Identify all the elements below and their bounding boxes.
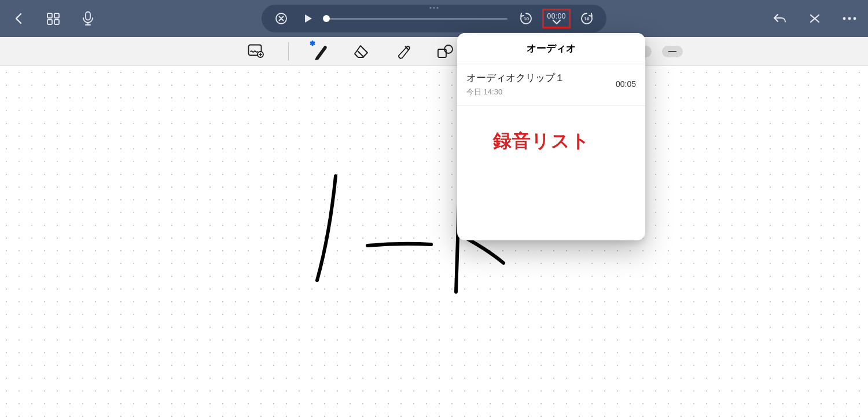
svg-rect-2 [47, 20, 52, 24]
slider-thumb-icon[interactable] [323, 15, 330, 22]
undo-button[interactable] [772, 10, 788, 27]
forward-seconds-label: 10 [584, 16, 590, 21]
pill-grabber-icon[interactable] [430, 7, 439, 9]
clip-title: オーディオクリップ１ [466, 71, 565, 85]
clip-duration: 00:05 [616, 79, 636, 89]
microphone-button[interactable] [80, 10, 96, 27]
drawing-toolbar: ✽ [0, 37, 868, 66]
rewind-seconds-label: 10 [524, 16, 529, 21]
popup-title: オーディオ [457, 33, 645, 64]
back-button[interactable] [10, 10, 27, 27]
svg-point-6 [843, 17, 846, 20]
play-button[interactable] [300, 10, 316, 27]
rewind-10-button[interactable]: 10 [518, 10, 534, 27]
svg-point-7 [848, 17, 851, 20]
pen-tool[interactable]: ✽ [311, 42, 330, 61]
forward-10-button[interactable]: 10 [579, 10, 595, 27]
svg-rect-1 [54, 13, 59, 18]
svg-rect-0 [47, 13, 52, 18]
top-nav-bar: 10 00:00 10 [0, 0, 868, 37]
bluetooth-badge-icon: ✽ [310, 39, 315, 47]
close-x-button[interactable] [807, 10, 823, 27]
toolbar-collapse-button-2[interactable] [662, 46, 683, 57]
svg-rect-3 [54, 20, 59, 24]
close-player-button[interactable] [273, 10, 289, 27]
audio-clip-row[interactable]: オーディオクリップ１ 今日 14:30 00:05 [457, 64, 645, 106]
note-canvas[interactable] [0, 66, 868, 417]
clip-timestamp: 今日 14:30 [466, 87, 565, 97]
eraser-tool[interactable] [352, 42, 372, 61]
more-button[interactable] [841, 10, 858, 27]
shapes-tool[interactable] [436, 42, 455, 61]
highlighter-tool[interactable] [394, 42, 414, 61]
svg-rect-4 [86, 12, 90, 20]
toolbar-separator [288, 42, 289, 61]
audio-player-pill: 10 00:00 10 [262, 5, 606, 32]
playback-slider[interactable] [326, 18, 507, 20]
time-dropdown-button[interactable]: 00:00 [545, 11, 568, 26]
svg-point-8 [854, 17, 856, 20]
grid-view-button[interactable] [45, 10, 61, 27]
zoom-draw-tool[interactable] [247, 42, 266, 61]
chevron-down-icon [552, 19, 561, 25]
annotation-label: 録音リスト [493, 129, 590, 154]
